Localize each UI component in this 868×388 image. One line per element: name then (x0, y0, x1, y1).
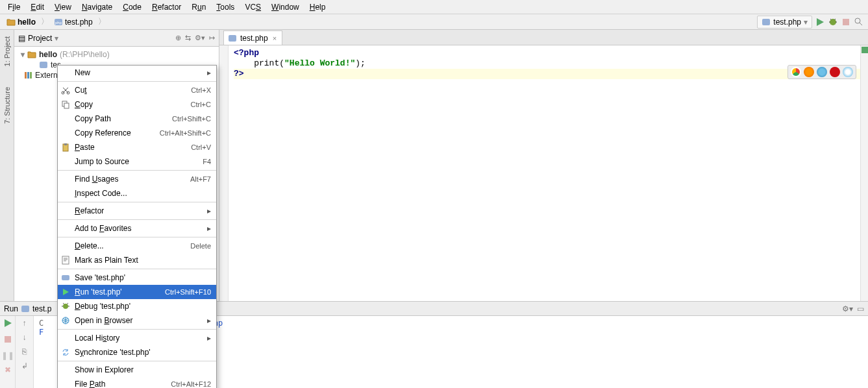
opera-icon[interactable] (830, 67, 840, 77)
wrap-icon[interactable]: ↲ (21, 361, 28, 370)
blank-icon (60, 223, 71, 234)
close-icon[interactable]: ✖ (5, 365, 11, 374)
menu-item-find-usages[interactable]: Find UsagesAlt+F7 (58, 172, 216, 186)
debug-button[interactable] (828, 17, 838, 27)
menu-item-delete[interactable]: Delete...Delete (58, 239, 216, 253)
menu-item-shortcut: F4 (203, 158, 211, 165)
gear-icon[interactable]: ⚙▾ (842, 304, 853, 313)
svg-text:php: php (55, 21, 62, 25)
php-icon: php (54, 18, 63, 27)
menubar: File Edit View Navigate Code Refactor Ru… (0, 0, 868, 14)
svg-rect-6 (40, 62, 47, 68)
svg-point-5 (855, 18, 860, 23)
menu-item-inspect-code[interactable]: Inspect Code... (58, 186, 216, 200)
pause-icon[interactable]: ❚❚ (1, 351, 14, 360)
menu-item-copy[interactable]: CopyCtrl+C (58, 97, 216, 112)
svg-rect-22 (5, 336, 11, 343)
menu-item-run-test-php[interactable]: Run 'test.php'Ctrl+Shift+F10 (58, 285, 216, 299)
stop-icon[interactable] (3, 335, 12, 346)
menu-edit[interactable]: Edit (25, 1, 49, 13)
rerun-icon[interactable] (3, 319, 12, 330)
menu-run[interactable]: Run (186, 1, 211, 13)
menu-item-copy-reference[interactable]: Copy ReferenceCtrl+Alt+Shift+C (58, 126, 216, 140)
submenu-arrow-icon: ▸ (207, 224, 211, 233)
crumb-arrow: 〉 (40, 16, 50, 27)
menu-view[interactable]: View (49, 1, 77, 13)
svg-rect-16 (64, 143, 67, 145)
svg-rect-10 (229, 35, 236, 42)
autoscroll-icon[interactable]: ⊕ (175, 34, 181, 42)
svg-rect-18 (62, 275, 69, 280)
menu-code[interactable]: Code (118, 1, 147, 13)
run-tool-config: test.p (32, 304, 51, 313)
menu-item-mark-as-plain-text[interactable]: Mark as Plain Text (58, 253, 216, 267)
libraries-icon (23, 71, 32, 80)
crumb-file[interactable]: php test.php (51, 17, 95, 27)
tree-root[interactable]: ▾ hello (R:\PHP\hello) (14, 49, 219, 60)
menu-item-show-in-explorer[interactable]: Show in Explorer (58, 363, 216, 377)
tab-structure[interactable]: 7: Structure (2, 83, 12, 128)
collapse-icon[interactable]: ⇆ (185, 34, 191, 42)
menu-item-paste[interactable]: PasteCtrl+V (58, 140, 216, 154)
hide-icon[interactable]: ▭ (857, 304, 864, 313)
firefox-icon[interactable] (804, 67, 814, 77)
ie-icon[interactable] (843, 67, 853, 77)
context-menu: New▸CutCtrl+XCopyCtrl+CCopy PathCtrl+Shi… (57, 65, 217, 388)
menu-item-label: New (75, 68, 203, 77)
menu-separator (58, 361, 216, 361)
sync-icon (60, 347, 71, 358)
gear-icon[interactable]: ⚙▾ (195, 34, 205, 42)
menu-item-synchronize-test-php[interactable]: Synchronize 'test.php' (58, 345, 216, 359)
chrome-icon[interactable] (791, 67, 801, 77)
up-icon[interactable]: ↑ (23, 319, 27, 328)
menu-item-debug-test-php[interactable]: Debug 'test.php' (58, 299, 216, 313)
menu-window[interactable]: Window (266, 1, 304, 13)
safari-icon[interactable] (817, 67, 827, 77)
menu-item-shortcut: Ctrl+V (191, 143, 211, 151)
run-button[interactable] (815, 17, 825, 27)
menu-item-label: Copy Path (75, 114, 168, 123)
menu-item-open-in-browser[interactable]: Open in Browser▸ (58, 313, 216, 328)
output-link: F (39, 328, 43, 337)
menu-item-cut[interactable]: CutCtrl+X (58, 83, 216, 97)
debug-icon (60, 301, 71, 311)
menu-item-label: Debug 'test.php' (75, 302, 211, 311)
menu-item-file-path[interactable]: File PathCtrl+Alt+F12 (58, 377, 216, 388)
menu-item-shortcut: Alt+F7 (190, 175, 211, 183)
menu-item-shortcut: Delete (190, 242, 211, 250)
menu-item-save-test-php[interactable]: Save 'test.php' (58, 271, 216, 285)
menu-item-add-to-favorites[interactable]: Add to Favorites▸ (58, 221, 216, 236)
down-icon[interactable]: ↓ (23, 333, 27, 342)
search-icon[interactable] (854, 17, 864, 27)
stop-button[interactable] (841, 17, 851, 27)
hide-icon[interactable]: ↦ (209, 34, 215, 42)
run-config-label: test.php (773, 18, 801, 27)
menu-item-new[interactable]: New▸ (58, 66, 216, 80)
export-icon[interactable]: ⎘ (22, 347, 27, 356)
close-icon[interactable]: × (271, 34, 278, 42)
menu-navigate[interactable]: Navigate (77, 1, 118, 13)
menu-tools[interactable]: Tools (211, 1, 240, 13)
menu-help[interactable]: Help (304, 1, 331, 13)
editor-tab[interactable]: test.php × (223, 30, 282, 45)
run-config-dropdown[interactable]: test.php ▾ (757, 16, 812, 29)
menu-item-local-history[interactable]: Local History▸ (58, 331, 216, 345)
menu-vcs[interactable]: VCS (240, 1, 266, 13)
svg-point-3 (830, 19, 836, 25)
svg-rect-21 (21, 306, 29, 312)
menu-item-copy-path[interactable]: Copy PathCtrl+Shift+C (58, 112, 216, 126)
tab-project[interactable]: 1: Project (2, 32, 12, 70)
menu-item-jump-to-source[interactable]: Jump to SourceF4 (58, 154, 216, 169)
menu-separator (58, 81, 216, 82)
menu-item-refactor[interactable]: Refactor▸ (58, 204, 216, 218)
run-tool-sidebar-1: ❚❚ ✖ (0, 316, 16, 388)
menu-refactor[interactable]: Refactor (147, 1, 186, 13)
status-green-icon (862, 47, 868, 53)
crumb-root[interactable]: hello (4, 17, 38, 27)
menu-item-label: Copy Reference (75, 128, 156, 138)
menu-item-label: Refactor (75, 206, 203, 215)
blank-icon (60, 241, 71, 251)
menu-file[interactable]: File (3, 1, 25, 13)
copy-icon (60, 99, 71, 110)
chevron-down-icon[interactable]: ▾ (55, 34, 58, 43)
